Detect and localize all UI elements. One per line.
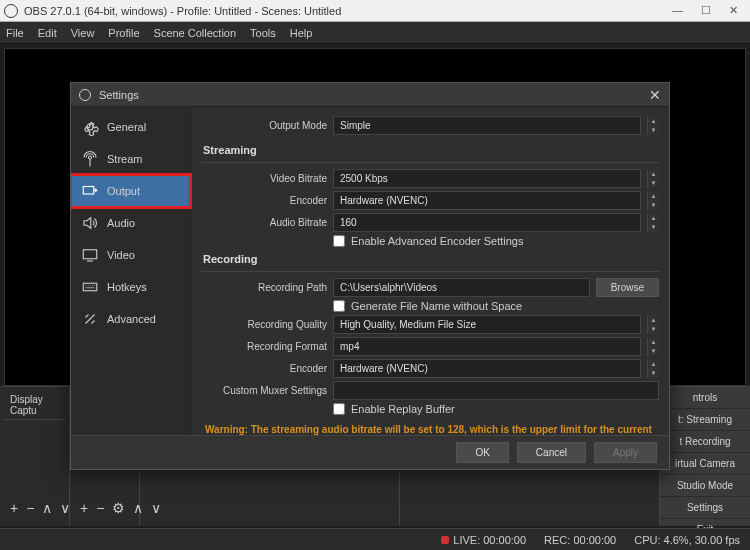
menu-tools[interactable]: Tools — [250, 27, 276, 39]
settings-content: Output ModeSimple▲▼ Streaming Video Bitr… — [191, 107, 669, 435]
menu-scene-collection[interactable]: Scene Collection — [154, 27, 237, 39]
controls-panel: ntrols t: Streaming t Recording irtual C… — [660, 387, 750, 526]
ok-button[interactable]: OK — [456, 442, 508, 463]
controls-header: ntrols — [660, 387, 750, 409]
rec-quality-select[interactable]: High Quality, Medium File Size — [333, 315, 641, 334]
replay-buffer-checkbox[interactable] — [333, 403, 345, 415]
rec-encoder-select[interactable]: Hardware (NVENC) — [333, 359, 641, 378]
minimize-icon[interactable]: — — [672, 4, 683, 17]
keyboard-icon — [81, 278, 99, 296]
browse-button[interactable]: Browse — [596, 278, 659, 297]
output-icon — [81, 182, 99, 200]
spinner-icon[interactable]: ▲▼ — [647, 316, 659, 334]
studio-mode-button[interactable]: Studio Mode — [660, 475, 750, 497]
window-title: OBS 27.0.1 (64-bit, windows) - Profile: … — [24, 5, 672, 17]
gear-icon[interactable]: ⚙ — [112, 500, 125, 516]
video-bitrate-input[interactable]: 2500 Kbps — [333, 169, 641, 188]
warning-text: Warning: The streaming audio bitrate wil… — [201, 415, 659, 435]
add-icon[interactable]: + — [80, 500, 88, 516]
svg-rect-2 — [83, 283, 97, 291]
start-recording-button[interactable]: t Recording — [660, 431, 750, 453]
add-icon[interactable]: + — [10, 500, 18, 516]
virtual-camera-button[interactable]: irtual Camera — [660, 453, 750, 475]
sidebar-item-general[interactable]: General — [71, 111, 190, 143]
antenna-icon — [81, 150, 99, 168]
spinner-icon[interactable]: ▲▼ — [647, 170, 659, 188]
output-mode-select[interactable]: Simple — [333, 116, 641, 135]
sidebar-item-hotkeys[interactable]: Hotkeys — [71, 271, 190, 303]
status-bar: LIVE: 00:00:00 REC: 00:00:00 CPU: 4.6%, … — [0, 528, 750, 550]
spinner-icon[interactable]: ▲▼ — [647, 117, 659, 135]
adv-encoder-checkbox[interactable] — [333, 235, 345, 247]
muxer-input[interactable] — [333, 381, 659, 400]
filename-space-checkbox[interactable] — [333, 300, 345, 312]
app-icon — [79, 89, 91, 101]
menu-help[interactable]: Help — [290, 27, 313, 39]
spinner-icon[interactable]: ▲▼ — [647, 360, 659, 378]
sidebar-item-audio[interactable]: Audio — [71, 207, 190, 239]
menu-view[interactable]: View — [71, 27, 95, 39]
gear-icon — [81, 118, 99, 136]
window-titlebar: OBS 27.0.1 (64-bit, windows) - Profile: … — [0, 0, 750, 22]
down-icon[interactable]: ∨ — [60, 500, 70, 516]
settings-button[interactable]: Settings — [660, 497, 750, 519]
settings-dialog: Settings ✕ General Stream Output Audio V… — [70, 82, 670, 470]
menu-edit[interactable]: Edit — [38, 27, 57, 39]
audio-bitrate-select[interactable]: 160 — [333, 213, 641, 232]
streaming-section: Streaming — [201, 138, 659, 160]
live-indicator-icon — [441, 536, 449, 544]
app-icon — [4, 4, 18, 18]
sources-item[interactable]: Display Captu — [4, 391, 65, 420]
close-icon[interactable]: ✕ — [729, 4, 738, 17]
recording-section: Recording — [201, 247, 659, 269]
speaker-icon — [81, 214, 99, 232]
close-icon[interactable]: ✕ — [649, 87, 661, 103]
menu-bar: File Edit View Profile Scene Collection … — [0, 22, 750, 44]
spinner-icon[interactable]: ▲▼ — [647, 214, 659, 232]
start-streaming-button[interactable]: t: Streaming — [660, 409, 750, 431]
settings-sidebar: General Stream Output Audio Video Hotkey… — [71, 107, 191, 435]
svg-rect-0 — [83, 187, 94, 195]
up-icon[interactable]: ∧ — [42, 500, 52, 516]
remove-icon[interactable]: − — [26, 500, 34, 516]
sidebar-item-output[interactable]: Output — [71, 175, 190, 207]
cancel-button[interactable]: Cancel — [517, 442, 586, 463]
remove-icon[interactable]: − — [96, 500, 104, 516]
apply-button[interactable]: Apply — [594, 442, 657, 463]
encoder-select[interactable]: Hardware (NVENC) — [333, 191, 641, 210]
tools-icon — [81, 310, 99, 328]
monitor-icon — [81, 246, 99, 264]
sidebar-item-advanced[interactable]: Advanced — [71, 303, 190, 335]
sidebar-item-stream[interactable]: Stream — [71, 143, 190, 175]
spinner-icon[interactable]: ▲▼ — [647, 192, 659, 210]
spinner-icon[interactable]: ▲▼ — [647, 338, 659, 356]
dialog-title: Settings — [99, 89, 649, 101]
menu-file[interactable]: File — [6, 27, 24, 39]
svg-rect-1 — [83, 250, 97, 259]
menu-profile[interactable]: Profile — [108, 27, 139, 39]
recording-path-input[interactable]: C:\Users\alphr\Videos — [333, 278, 590, 297]
sidebar-item-video[interactable]: Video — [71, 239, 190, 271]
rec-format-select[interactable]: mp4 — [333, 337, 641, 356]
maximize-icon[interactable]: ☐ — [701, 4, 711, 17]
